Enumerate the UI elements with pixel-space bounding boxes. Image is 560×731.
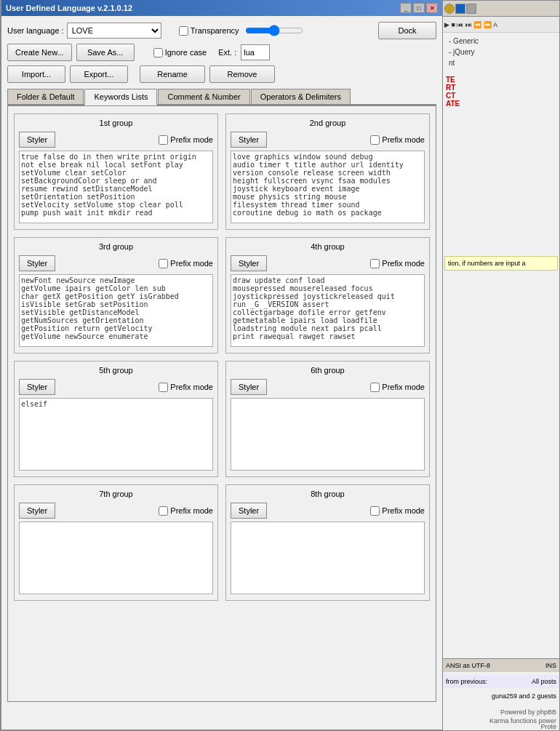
main-content-area: 1st group Styler Prefix mode 2nd group	[7, 105, 436, 702]
group-1-prefix-checkbox[interactable]	[159, 135, 168, 145]
group-1-prefix-text: Prefix mode	[170, 135, 213, 144]
group-4-prefix-checkbox[interactable]	[370, 259, 380, 268]
group-5-styler-button[interactable]: Styler	[19, 379, 55, 395]
group-8-prefix-text: Prefix mode	[382, 506, 425, 515]
group-2-header: Styler Prefix mode	[231, 132, 425, 148]
group-6-title: 6th group	[231, 366, 425, 375]
group-2-box: 2nd group Styler Prefix mode	[225, 113, 430, 230]
ignore-case-checkbox[interactable]	[153, 48, 163, 57]
group-6-header: Styler Prefix mode	[231, 379, 425, 395]
bg-all-posts-text: All posts	[532, 678, 556, 685]
language-select[interactable]: LOVE	[67, 23, 161, 39]
group-5-prefix-checkbox[interactable]	[159, 383, 168, 392]
dock-button[interactable]: Dock	[378, 22, 436, 39]
transparency-label: Transparency	[191, 26, 239, 35]
group-3-prefix-checkbox[interactable]	[159, 259, 168, 268]
group-4-box: 4th group Styler Prefix mode	[225, 237, 430, 353]
remove-button[interactable]: Remove	[209, 65, 275, 83]
group-2-textarea[interactable]	[231, 151, 425, 223]
bg-bottom-status: ANSI as UTF-8 INS	[443, 658, 559, 672]
group-4-prefix-text: Prefix mode	[382, 259, 425, 268]
group-1-header: Styler Prefix mode	[19, 132, 213, 148]
group-8-textarea[interactable]	[231, 522, 425, 594]
bg-from-previous: from previous: All posts	[443, 675, 559, 688]
group-7-title: 7th group	[19, 490, 213, 498]
group-4-title: 4th group	[231, 242, 425, 251]
title-bar: User Defined Language v.2.1.0.12 _ □ ✕	[1, 0, 442, 16]
title-bar-buttons: _ □ ✕	[400, 3, 438, 13]
transparency-checkbox[interactable]	[179, 26, 188, 36]
dialog-title: User Defined Language v.2.1.0.12	[6, 4, 132, 12]
ignore-case-text: Ignore case	[165, 48, 207, 57]
bg-insert-mode: INS	[545, 662, 556, 669]
group-3-textarea[interactable]	[19, 274, 213, 347]
group-8-header: Styler Prefix mode	[231, 503, 425, 519]
group-7-header: Styler Prefix mode	[19, 503, 213, 519]
bg-list-item-3: nt	[446, 57, 556, 68]
group-5-header: Styler Prefix mode	[19, 379, 213, 395]
dialog-window: User Defined Language v.2.1.0.12 _ □ ✕ U…	[0, 0, 444, 731]
file-row: Import... Export... Rename Remove	[7, 65, 436, 83]
group-8-styler-button[interactable]: Styler	[231, 503, 267, 519]
bg-guest-text: guna259 and 2 guests	[492, 692, 556, 700]
group-8-title: 8th group	[231, 490, 425, 498]
tab-operators-delimiters[interactable]: Operators & Delimiters	[251, 89, 351, 104]
tab-keywords-lists[interactable]: Keywords Lists	[84, 89, 157, 105]
group-5-prefix-label: Prefix mode	[159, 383, 213, 392]
export-button[interactable]: Export...	[70, 65, 128, 83]
action-row: Create New... Save As... Ignore case Ext…	[7, 44, 436, 61]
bg-powered-by: Powered by phpBB	[443, 707, 559, 717]
bg-prote: Prote	[443, 723, 559, 730]
group-7-textarea[interactable]	[19, 522, 213, 594]
group-1-prefix-label: Prefix mode	[159, 135, 213, 145]
group-1-title: 1st group	[19, 119, 213, 127]
bg-notification: tion, if numbers are input a	[444, 256, 558, 271]
group-2-title: 2nd group	[231, 119, 425, 127]
close-button[interactable]: ✕	[426, 3, 438, 13]
bg-encoding-text: ANSI as UTF-8	[446, 662, 490, 669]
group-2-styler-button[interactable]: Styler	[231, 132, 267, 148]
transparency-checkbox-label: Transparency	[179, 26, 239, 36]
ignore-case-label: Ignore case	[153, 48, 207, 57]
group-2-prefix-label: Prefix mode	[370, 135, 425, 145]
bg-list-item-1: - Generic	[446, 36, 556, 47]
group-4-styler-button[interactable]: Styler	[231, 255, 267, 271]
group-6-prefix-checkbox[interactable]	[370, 383, 380, 392]
group-7-prefix-label: Prefix mode	[159, 506, 213, 516]
tab-comment-number[interactable]: Comment & Number	[158, 89, 249, 104]
bg-guest-info: guna259 and 2 guests	[443, 690, 559, 703]
group-2-prefix-checkbox[interactable]	[370, 135, 380, 145]
group-6-textarea[interactable]	[231, 398, 425, 471]
transparency-slider[interactable]	[245, 25, 303, 36]
group-5-textarea[interactable]	[19, 398, 213, 471]
group-7-styler-button[interactable]: Styler	[19, 503, 55, 519]
group-8-prefix-checkbox[interactable]	[370, 506, 380, 516]
tab-bar: Folder & Default Keywords Lists Comment …	[7, 89, 436, 105]
group-3-styler-button[interactable]: Styler	[19, 255, 55, 271]
ext-input[interactable]	[241, 44, 270, 60]
bg-menu-label: ▶ ■ ⏮ ⏭ ⏪ ⏩ A	[444, 21, 497, 28]
group-4-textarea[interactable]	[231, 274, 425, 347]
group-1-styler-button[interactable]: Styler	[19, 132, 55, 148]
group-3-header: Styler Prefix mode	[19, 255, 213, 271]
minimize-button[interactable]: _	[400, 3, 412, 13]
background-app: ▶ ■ ⏮ ⏭ ⏪ ⏩ A - Generic - jQuery nt TE R…	[442, 0, 560, 731]
group-8-box: 8th group Styler Prefix mode	[225, 484, 430, 601]
import-button[interactable]: Import...	[7, 65, 65, 83]
save-as-button[interactable]: Save As...	[76, 44, 135, 61]
language-row: User language : LOVE Transparency Dock	[7, 22, 436, 39]
maximize-button[interactable]: □	[413, 3, 425, 13]
create-new-button[interactable]: Create New...	[7, 44, 72, 61]
group-5-box: 5th group Styler Prefix mode	[14, 361, 218, 477]
bg-from-previous-text: from previous:	[446, 678, 487, 685]
group-7-prefix-text: Prefix mode	[170, 506, 213, 515]
bg-notification-text: tion, if numbers are input a	[448, 260, 526, 267]
rename-button[interactable]: Rename	[140, 65, 205, 83]
group-2-prefix-text: Prefix mode	[382, 135, 425, 144]
bg-list-item-2: - jQuery	[446, 47, 556, 57]
group-7-prefix-checkbox[interactable]	[159, 506, 168, 516]
group-1-textarea[interactable]	[19, 151, 213, 223]
tab-folder-default[interactable]: Folder & Default	[7, 89, 84, 104]
group-6-styler-button[interactable]: Styler	[231, 379, 267, 395]
groups-grid: 1st group Styler Prefix mode 2nd group	[14, 113, 430, 601]
